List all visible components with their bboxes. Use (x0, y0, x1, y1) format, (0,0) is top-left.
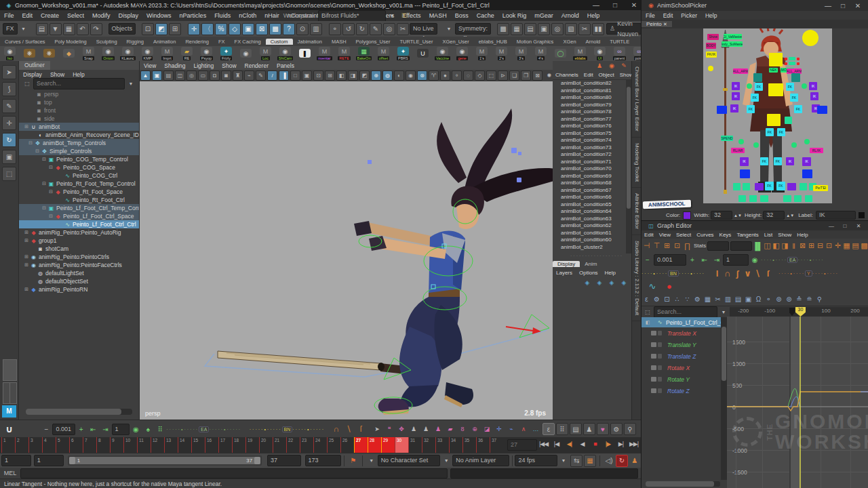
viewport-menu-item[interactable]: Show (218, 62, 240, 69)
timeline-frame[interactable]: 27 27 (354, 437, 368, 453)
mel-label[interactable]: MEL (0, 470, 20, 476)
outliner-hscrollbar[interactable] (26, 409, 132, 415)
graph-channel-row[interactable]: Rotate Y (642, 373, 721, 385)
menu-item[interactable]: mGear (530, 12, 557, 19)
graph-frame-icon[interactable]: ▐▌ (752, 242, 763, 250)
maximize-button[interactable]: □ (606, 1, 625, 9)
file-ops-icon[interactable]: ↷ (90, 23, 102, 35)
tween-slider[interactable]: ····•···· (761, 258, 787, 262)
shelf-button[interactable]: ◯ (551, 49, 570, 58)
shelf-button[interactable]: ✦ Frizly (216, 47, 236, 60)
timeline-frame[interactable]: 18 (232, 437, 245, 453)
shelf-button[interactable]: ◉ gene (452, 47, 472, 60)
picker-select-button[interactable] (793, 118, 804, 130)
picker-select-button[interactable] (783, 195, 791, 202)
shelf-tab[interactable]: FX Caching (230, 39, 266, 45)
tab-close-icon[interactable]: ✕ (663, 22, 667, 26)
animbot-tool-icon[interactable]: ✛ (494, 424, 505, 434)
outliner-item[interactable]: ◙ shotCam (19, 245, 139, 253)
shelf-tab[interactable]: XGen_User (437, 39, 473, 45)
graph-menu-item[interactable]: Curves (694, 232, 716, 238)
menu-item[interactable]: Boss (451, 12, 473, 19)
clamp-icon[interactable]: ▦ (584, 455, 596, 467)
mute-toggle[interactable] (651, 377, 656, 382)
animbot-tool-icon[interactable]: ✥ (396, 424, 407, 434)
menu-item[interactable]: Fluids (210, 12, 235, 19)
graph-menu-item[interactable]: Help (794, 232, 810, 238)
buffer-curve-icon[interactable]: ▦ (703, 296, 713, 303)
expand-toggle-icon[interactable]: ⊟ (47, 189, 54, 195)
viewport-toolbar-icon[interactable]: ◍ (382, 70, 393, 81)
timeline-frame[interactable]: 19 (245, 437, 259, 453)
viewport-toolbar-icon[interactable]: ● (440, 70, 450, 81)
prev-key-icon[interactable]: ⇤ (88, 424, 99, 434)
shelf-tab[interactable]: Polygons_User (351, 39, 395, 45)
stats-time-field[interactable] (707, 241, 729, 251)
viewport-menu-item[interactable]: Lighting (189, 62, 218, 69)
height-field[interactable]: 32 (763, 211, 785, 220)
picker-select-button[interactable] (760, 195, 768, 202)
decrement-button[interactable]: − (41, 424, 52, 434)
picker-select-button[interactable]: FK/IK (706, 52, 717, 58)
graph-frame-icon[interactable]: ◧ (772, 241, 781, 250)
picker-menu-item[interactable]: Picker (677, 12, 701, 19)
animbot-menu-icon[interactable]: ⠿ (556, 423, 568, 435)
viewport-toolbar-icon[interactable]: ⊠ (532, 70, 542, 81)
picker-tab[interactable]: Peinto ✕ (642, 21, 672, 27)
viewport-toolbar-icon[interactable]: ⊕ (371, 70, 381, 81)
picker-select-button[interactable]: Body_SuMaster (722, 41, 743, 47)
snap-icon[interactable]: ✛ (188, 23, 200, 35)
history-icon[interactable]: ↺ (342, 23, 355, 35)
shelf-button[interactable]: ◉ (236, 49, 256, 58)
timeline-frame[interactable]: 23 (300, 437, 313, 453)
expand-toggle-icon[interactable]: ⊟ (47, 165, 54, 170)
blend-slider[interactable]: ·····•····· (250, 427, 282, 432)
graph-value-field[interactable]: 0.001 (654, 254, 686, 266)
timeline-frame[interactable]: 36 (476, 437, 490, 453)
graph-frame-icon[interactable]: ⊞ (807, 241, 816, 250)
picker-select-button[interactable] (738, 195, 746, 202)
menu-item[interactable]: nParticles (176, 12, 211, 19)
dock-tab[interactable]: Studio Library : 2.13.2 : Default (632, 235, 641, 321)
frames-strip[interactable]: 1 2 3 4 (1, 437, 503, 453)
layer-editor-tab[interactable]: Anim (580, 261, 601, 267)
tween-slider[interactable]: ·····•····· (166, 427, 199, 432)
animbot-tool-icon[interactable]: ❝ (384, 424, 395, 434)
shelf-button[interactable]: ◉ Psyop (197, 47, 216, 60)
timeline-frame[interactable]: 16 (205, 437, 218, 453)
tangent-type-icon[interactable]: ∖ (343, 424, 354, 434)
graph-frame-icon[interactable]: ▦ (842, 241, 851, 250)
mute-toggle[interactable] (651, 388, 656, 393)
shelf-button[interactable]: M Imprt (157, 47, 177, 60)
graph-frame-icon[interactable]: ‖ (789, 242, 798, 250)
close-button[interactable]: ✕ (852, 223, 865, 229)
graph-menu-item[interactable]: View (656, 232, 673, 238)
picker-select-button[interactable] (817, 106, 827, 114)
anim-prefs-icon[interactable]: ♟ (629, 455, 640, 466)
picker-select-button[interactable] (800, 183, 807, 190)
tangent-type-icon[interactable]: ʃ (732, 268, 743, 279)
snap-icon[interactable]: % (215, 23, 227, 35)
timeline-frame[interactable]: 11 (137, 437, 151, 453)
playback-button[interactable]: ▶▶| (628, 439, 639, 449)
blend-button[interactable]: BN (668, 270, 679, 277)
shelf-button[interactable]: M 2's (492, 47, 511, 60)
picker-select-button[interactable] (740, 169, 750, 178)
shelf-button[interactable]: ∞ point (629, 47, 641, 60)
timeline-frame[interactable]: 22 (286, 437, 300, 453)
graph-channel-row[interactable]: Translate Y (642, 339, 721, 350)
timeline-frame[interactable]: 34 (449, 437, 462, 453)
next-key-icon[interactable]: ⇥ (711, 254, 722, 265)
timeline-frame[interactable]: 8 (96, 437, 110, 453)
picker-select-button[interactable] (769, 53, 783, 66)
graph-frame-icon[interactable]: ▩ (860, 241, 868, 250)
tangent-type-icon[interactable]: ſ (763, 268, 773, 279)
picker-select-button[interactable] (733, 183, 741, 190)
shelf-button[interactable]: ✦ PBRS (393, 47, 413, 60)
timeline-frame[interactable]: 1 (1, 437, 15, 453)
mute-toggle[interactable] (651, 365, 656, 370)
dropdown-caret-icon[interactable]: ▼ (125, 79, 136, 89)
close-button[interactable]: ✕ (850, 2, 865, 9)
viewport-menu-item[interactable]: Renderer (241, 62, 273, 69)
selection-mask-icon[interactable]: ⊡ (142, 23, 154, 35)
